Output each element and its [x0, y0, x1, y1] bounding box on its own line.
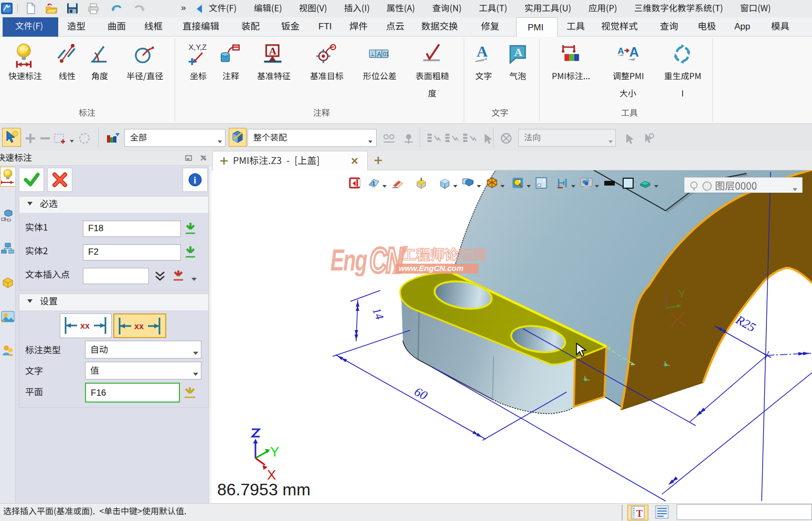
svg-text:A: A [477, 43, 488, 60]
svg-text:A: A [629, 45, 639, 59]
svg-text:01: 01 [383, 51, 389, 57]
svg-text:1: 1 [372, 181, 376, 187]
svg-text:60: 60 [412, 385, 430, 403]
svg-text:Y: Y [270, 444, 279, 460]
svg-text:14: 14 [370, 306, 386, 322]
svg-text:i: i [194, 175, 196, 186]
svg-text:T: T [636, 508, 643, 519]
svg-text:X,Y,Z: X,Y,Z [189, 43, 207, 51]
svg-text:A: A [269, 45, 277, 57]
svg-text:xx: xx [80, 321, 90, 330]
svg-text:Eng: Eng [330, 244, 367, 276]
svg-text:A: A [514, 46, 522, 59]
svg-text:Y: Y [678, 288, 685, 300]
svg-text:xx: xx [134, 322, 144, 331]
svg-text:86.7953 mm: 86.7953 mm [217, 480, 311, 499]
svg-text:A: A [377, 51, 381, 58]
svg-text:⊥: ⊥ [370, 51, 375, 57]
